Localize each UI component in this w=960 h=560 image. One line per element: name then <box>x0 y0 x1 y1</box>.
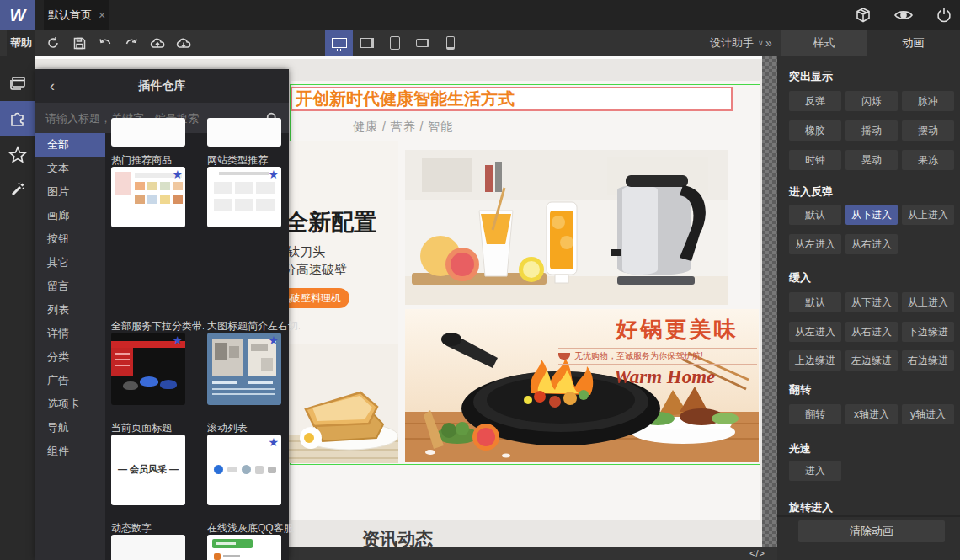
plugin-card[interactable]: ★ <box>207 167 281 227</box>
app-logo[interactable]: W <box>0 0 35 30</box>
anim-button[interactable]: 果冻 <box>902 150 954 170</box>
device-desktop-button[interactable] <box>325 30 353 56</box>
kettle-banner-image[interactable] <box>405 150 728 305</box>
banner-line2: 分高速破壁 <box>289 262 347 278</box>
device-tablet-button[interactable] <box>381 30 408 56</box>
preview-eye-icon[interactable] <box>894 6 913 24</box>
category-item[interactable]: 画廊 <box>35 204 105 227</box>
rail-pages-icon[interactable] <box>0 66 35 101</box>
plugin-card-partial[interactable] <box>207 118 281 147</box>
category-item[interactable]: 文本 <box>35 157 105 180</box>
back-chevron-icon[interactable]: ‹ <box>35 77 69 95</box>
close-tab-icon[interactable]: × <box>99 8 105 22</box>
design-assistant-label: 设计助手 <box>710 35 754 51</box>
anim-button[interactable]: 从左进入 <box>789 234 841 254</box>
anim-button-selected[interactable]: 从下进入 <box>845 205 898 225</box>
anim-button[interactable]: 摆动 <box>902 120 954 141</box>
toolbar-icons <box>44 30 193 56</box>
tab-style[interactable]: 样式 <box>781 30 867 56</box>
cloud-upload-icon[interactable] <box>148 34 167 52</box>
anim-button[interactable]: 从下进入 <box>845 292 898 312</box>
plugin-label: 当前页面标题 <box>111 421 204 435</box>
section-title: 旋转进入 <box>789 500 833 515</box>
vertical-scrollbar[interactable] <box>762 56 777 547</box>
plugin-card[interactable]: — 会员风采 — <box>111 435 185 505</box>
anim-button[interactable]: 上边缘进 <box>789 350 841 371</box>
plugin-thumb-text: — 会员风采 — <box>111 463 185 476</box>
category-item[interactable]: 留言 <box>35 275 105 298</box>
section-title: 光速 <box>789 441 811 456</box>
star-badge-icon: ★ <box>268 334 279 346</box>
anim-button[interactable]: 闪烁 <box>845 91 898 111</box>
category-item[interactable]: 导航 <box>35 416 105 440</box>
anim-button[interactable]: 从上进入 <box>902 292 954 312</box>
plugin-card[interactable]: 0 <box>111 535 185 560</box>
anim-button[interactable]: 从左进入 <box>789 322 841 342</box>
save-icon[interactable] <box>70 34 88 52</box>
anim-button[interactable]: 从右进入 <box>845 322 898 342</box>
anim-button[interactable]: x轴进入 <box>845 404 898 424</box>
tab-animation[interactable]: 动画 <box>867 30 960 56</box>
heading-element[interactable]: 开创新时代健康智能生活方式 <box>291 87 733 111</box>
page-subtitle[interactable]: 健康 / 营养 / 智能 <box>353 120 453 135</box>
cloud-download-icon[interactable] <box>174 34 193 52</box>
wok-banner-image[interactable]: 好锅更美味 无忧购物，至诚服务为你保驾护航! Warm Home <box>405 309 759 462</box>
code-view-icon[interactable]: </> <box>749 548 765 558</box>
anim-button[interactable]: 右边缘进 <box>902 350 954 371</box>
power-icon[interactable] <box>935 6 953 24</box>
anim-button[interactable]: 默认 <box>789 292 841 312</box>
wok-banner-tagline: 无忧购物，至诚服务为你保驾护航! <box>558 348 757 365</box>
plugin-card[interactable]: ★ <box>207 435 281 505</box>
plugin-card[interactable]: ★ <box>111 167 185 227</box>
star-badge-icon: ★ <box>172 168 183 180</box>
category-item[interactable]: 广告 <box>35 369 105 392</box>
anim-button[interactable]: y轴进入 <box>902 404 954 424</box>
anim-button[interactable]: 时钟 <box>789 150 841 170</box>
anim-button[interactable]: 晃动 <box>845 150 898 170</box>
category-item[interactable]: 分类 <box>35 345 105 369</box>
category-item[interactable]: 按钮 <box>35 227 105 251</box>
category-item[interactable]: 列表 <box>35 298 105 322</box>
rail-favorites-icon[interactable] <box>0 136 35 172</box>
category-item[interactable]: 全部 <box>35 133 105 157</box>
clear-animation-button[interactable]: 清除动画 <box>798 520 945 542</box>
plugin-card[interactable]: ★ <box>111 333 185 405</box>
plugin-card[interactable]: ★ <box>207 333 281 405</box>
device-phone-landscape-button[interactable] <box>408 30 436 56</box>
plugin-grid: 热门推荐商品 网站类型推荐 ★ <box>105 133 289 560</box>
anim-button[interactable]: 橡胶 <box>789 120 841 141</box>
rail-plugins-icon[interactable] <box>0 101 35 136</box>
anim-button[interactable]: 进入 <box>789 461 841 481</box>
anim-button[interactable]: 左边缘进 <box>845 350 898 371</box>
anim-button[interactable]: 翻转 <box>789 404 841 424</box>
anim-button[interactable]: 摇动 <box>845 120 898 141</box>
design-assistant-button[interactable]: 设计助手 ∨ <box>710 30 764 56</box>
anim-button[interactable]: 从右进入 <box>845 234 898 254</box>
category-item[interactable]: 选项卡 <box>35 392 105 416</box>
refresh-icon[interactable] <box>44 34 62 52</box>
horizontal-scrollbar[interactable] <box>35 56 762 59</box>
star-badge-icon: ★ <box>172 334 183 346</box>
box-icon[interactable] <box>854 6 872 24</box>
help-button[interactable]: 帮助 <box>7 30 35 56</box>
rail-tools-icon[interactable] <box>0 172 35 207</box>
anim-button[interactable]: 脉冲 <box>902 91 954 111</box>
anim-button[interactable]: 从上进入 <box>902 205 954 225</box>
plugin-card[interactable] <box>207 535 281 560</box>
anim-button[interactable]: 下边缘进 <box>902 322 954 342</box>
anim-button[interactable]: 默认 <box>789 205 841 225</box>
undo-icon[interactable] <box>96 34 115 52</box>
category-item[interactable]: 图片 <box>35 180 105 204</box>
category-item[interactable]: 组件 <box>35 440 105 463</box>
device-preview-group <box>325 30 464 56</box>
collapse-panel-button[interactable]: » <box>760 30 777 56</box>
device-laptop-button[interactable] <box>353 30 381 56</box>
plugin-card-partial[interactable] <box>111 118 185 147</box>
redo-icon[interactable] <box>122 34 141 52</box>
category-item[interactable]: 其它 <box>35 251 105 275</box>
anim-button[interactable]: 反弹 <box>789 91 841 111</box>
category-item[interactable]: 详情 <box>35 322 105 345</box>
page-tab[interactable]: 默认首页 × <box>44 0 109 30</box>
device-phone-portrait-button[interactable] <box>436 30 464 56</box>
banner-left-image[interactable]: 全新配置 钛刀头 分高速破壁 热破壁料理机 <box>289 141 398 463</box>
